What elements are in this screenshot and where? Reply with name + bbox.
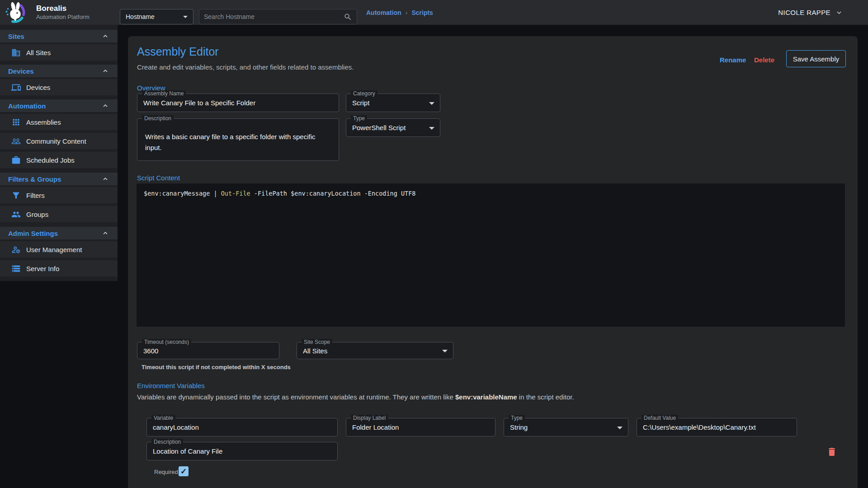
chevron-down-icon — [183, 16, 188, 18]
variable-type-select[interactable]: Type String — [504, 418, 628, 436]
top-bar: Borealis Automation Platform Hostname Au… — [0, 0, 868, 25]
people-outline-icon — [11, 136, 21, 146]
timeout-field[interactable]: Timeout (seconds) 3600 — [137, 342, 279, 359]
required-checkbox[interactable]: ✓ — [179, 466, 189, 476]
script-content-section-label: Script Content — [137, 174, 180, 182]
breadcrumb: Automation › Scripts — [366, 0, 433, 25]
breadcrumb-separator: › — [406, 9, 408, 16]
timeout-helper-text: Timeout this script if not completed wit… — [142, 364, 291, 371]
field-value: Write Canary File to a Specific Folder — [143, 94, 325, 112]
sidebar-item-filters[interactable]: Filters — [0, 187, 118, 203]
devices-icon — [11, 82, 21, 92]
sidebar-section-sites[interactable]: Sites — [0, 30, 118, 42]
brand-subtitle: Automation Platform — [36, 14, 90, 20]
field-label: Description — [142, 115, 174, 122]
field-value: String — [510, 418, 614, 436]
env-variables-section-label: Environment Variables — [137, 382, 205, 389]
chevron-up-icon — [101, 175, 109, 183]
section-label: Automation — [8, 102, 46, 110]
borealis-rabbit-logo-icon — [4, 1, 27, 24]
save-assembly-button[interactable]: Save Assembly — [786, 50, 846, 67]
hostname-select-value: Hostname — [126, 13, 155, 20]
funnel-icon — [11, 190, 21, 200]
brand-name: Borealis — [36, 4, 66, 13]
chevron-up-icon — [101, 67, 109, 75]
sidebar-item-groups[interactable]: Groups — [0, 206, 118, 222]
sidebar-item-server-info[interactable]: Server Info — [0, 260, 118, 277]
site-scope-select[interactable]: Site Scope All Sites — [297, 342, 453, 359]
sidebar-item-label: Devices — [26, 84, 50, 91]
sidebar-item-user-management[interactable]: User Management — [0, 241, 118, 258]
check-icon: ✓ — [180, 467, 187, 476]
env-variables-description: Variables are dynamically passed into th… — [137, 393, 574, 401]
sidebar-item-label: Groups — [26, 211, 48, 218]
search-input[interactable] — [204, 13, 344, 20]
section-label: Sites — [8, 33, 24, 40]
sidebar-item-label: Server Info — [26, 265, 59, 272]
sidebar-nav: Sites All Sites Devices Devices Automati… — [0, 25, 118, 281]
rename-button[interactable]: Rename — [720, 56, 746, 64]
section-label: Devices — [8, 67, 34, 75]
sidebar-item-all-sites[interactable]: All Sites — [0, 44, 118, 61]
field-value: 3600 — [143, 343, 265, 359]
sidebar-section-automation[interactable]: Automation — [0, 99, 118, 112]
sidebar-section-filters-groups[interactable]: Filters & Groups — [0, 173, 118, 185]
description-field[interactable]: Description Writes a basic canary file t… — [137, 118, 339, 161]
breadcrumb-automation[interactable]: Automation — [366, 9, 401, 16]
chevron-down-icon — [429, 127, 434, 130]
sidebar-item-scheduled-jobs[interactable]: Scheduled Jobs — [0, 152, 118, 168]
display-label-field[interactable]: Display Label Folder Location — [346, 418, 495, 436]
sidebar-item-community-content[interactable]: Community Content — [0, 133, 118, 149]
sidebar-item-label: Scheduled Jobs — [26, 156, 75, 164]
delete-button[interactable]: Delete — [754, 56, 774, 64]
page-subtitle: Create and edit variables, scripts, and … — [137, 63, 354, 71]
sidebar-item-assemblies[interactable]: Assemblies — [0, 114, 118, 130]
assembly-name-field[interactable]: Assembly Name Write Canary File to a Spe… — [137, 94, 339, 112]
chevron-down-icon — [835, 9, 843, 17]
field-value: Script — [352, 94, 426, 112]
groups-icon — [11, 209, 21, 219]
assembly-editor-panel: Assembly Editor Create and edit variable… — [128, 36, 858, 488]
type-select[interactable]: Type PowerShell Script — [346, 118, 440, 137]
chevron-down-icon — [442, 350, 448, 352]
building-icon — [11, 47, 21, 57]
sidebar-item-label: User Management — [26, 246, 82, 253]
sidebar-item-devices[interactable]: Devices — [0, 79, 118, 95]
search-icon — [344, 13, 352, 21]
storage-icon — [11, 263, 21, 273]
user-name: NICOLE RAPPE — [778, 9, 830, 16]
breadcrumb-scripts[interactable]: Scripts — [411, 9, 433, 16]
field-value: Writes a basic canary file to a specific… — [145, 131, 328, 153]
page-title: Assembly Editor — [137, 45, 219, 58]
field-value: C:\Users\example\Desktop\Canary.txt — [643, 418, 783, 436]
chevron-up-icon — [101, 229, 109, 237]
hostname-filter-select[interactable]: Hostname — [120, 9, 193, 24]
code-line: $env:canaryMessage | Out-File -FilePath … — [144, 190, 415, 197]
manage-accounts-icon — [11, 244, 21, 254]
user-menu[interactable]: NICOLE RAPPE — [778, 0, 843, 25]
delete-variable-trash-icon[interactable] — [826, 446, 837, 457]
section-label: Admin Settings — [8, 230, 58, 237]
script-code-editor[interactable]: $env:canaryMessage | Out-File -FilePath … — [136, 183, 845, 327]
grid-icon — [11, 117, 21, 127]
chevron-down-icon — [429, 102, 434, 105]
env-variable-syntax: $env:variableName — [455, 393, 517, 401]
field-value: Folder Location — [352, 418, 481, 436]
sidebar-item-label: Filters — [26, 192, 45, 199]
section-label: Filters & Groups — [8, 175, 61, 183]
chevron-up-icon — [101, 32, 109, 40]
variable-name-field[interactable]: Variable canaryLocation — [146, 418, 338, 436]
hostname-search — [199, 9, 357, 24]
sidebar-section-devices[interactable]: Devices — [0, 65, 118, 77]
category-select[interactable]: Category Script — [346, 94, 440, 112]
sidebar-item-label: Assemblies — [26, 118, 61, 126]
field-value: PowerShell Script — [352, 119, 426, 136]
required-label: Required — [154, 469, 178, 475]
field-value: canaryLocation — [153, 418, 324, 436]
sidebar-section-admin-settings[interactable]: Admin Settings — [0, 227, 118, 239]
sidebar-item-label: All Sites — [26, 49, 51, 56]
default-value-field[interactable]: Default Value C:\Users\example\Desktop\C… — [637, 418, 797, 436]
sidebar-item-label: Community Content — [26, 137, 86, 145]
variable-description-field[interactable]: Description Location of Canary File — [146, 442, 338, 460]
field-value: Location of Canary File — [153, 442, 324, 460]
